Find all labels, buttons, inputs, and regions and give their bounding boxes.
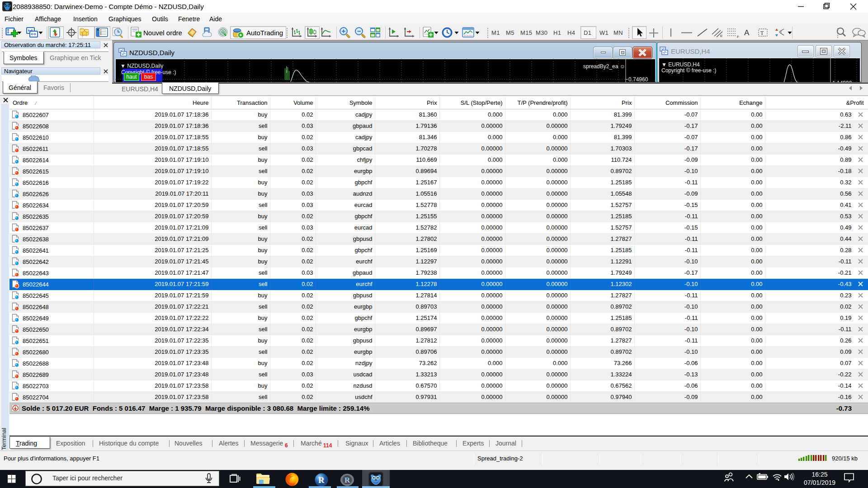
svg-text:1.14990: 1.14990: [832, 80, 852, 82]
svg-text:T: T: [760, 30, 764, 36]
svg-text:F: F: [737, 35, 739, 39]
svg-text:R: R: [318, 475, 325, 485]
svg-text:R: R: [344, 476, 350, 484]
svg-text:E: E: [720, 34, 722, 38]
